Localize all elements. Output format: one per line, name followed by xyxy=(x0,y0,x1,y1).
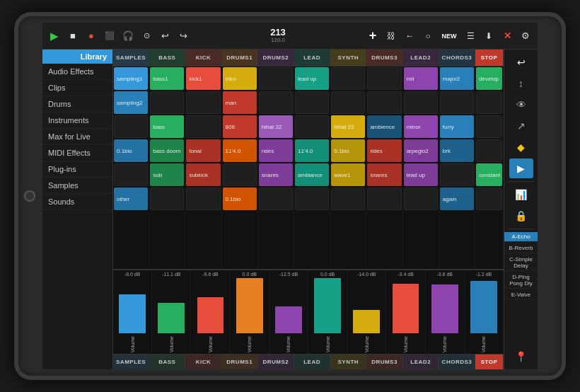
close-button[interactable]: ✕ xyxy=(499,28,515,44)
play-triangle-icon[interactable]: ▶ xyxy=(509,158,533,178)
diamond-icon[interactable]: ◆ xyxy=(509,137,533,157)
clip-cell[interactable]: rides xyxy=(367,139,401,162)
stop-cell[interactable]: develop xyxy=(476,67,502,90)
clip-cell[interactable]: other xyxy=(114,188,148,210)
clip-cell[interactable]: bass doom xyxy=(150,139,184,162)
stop-cell[interactable] xyxy=(476,188,502,210)
volume-track-4[interactable]: -12.5 dBVolume xyxy=(269,270,308,354)
clip-cell[interactable]: ambiance xyxy=(295,163,329,186)
clip-cell[interactable] xyxy=(114,163,148,186)
clip-cell[interactable]: 0.1bio xyxy=(223,188,257,210)
clip-cell[interactable] xyxy=(186,91,220,114)
clip-cell[interactable]: sub xyxy=(150,163,184,186)
sidebar-item-midi-effects[interactable]: MIDI Effects xyxy=(42,145,112,161)
clip-cell[interactable] xyxy=(440,91,474,114)
clip-cell[interactable] xyxy=(259,188,293,210)
link-button[interactable]: ⛓ xyxy=(383,28,399,44)
clip-cell[interactable] xyxy=(186,115,220,138)
volume-track-7[interactable]: -3.4 dBVolume xyxy=(386,270,425,354)
clip-cell[interactable]: lead up xyxy=(295,67,329,90)
overdub-button[interactable]: ⊙ xyxy=(139,28,154,44)
eye-icon[interactable]: 👁 xyxy=(509,95,533,115)
clip-cell[interactable] xyxy=(367,67,401,90)
sidebar-item-plug-ins[interactable]: Plug-ins xyxy=(42,161,112,178)
clip-cell[interactable]: kick1 xyxy=(186,67,220,90)
clip-cell[interactable] xyxy=(367,91,401,114)
clip-cell[interactable] xyxy=(440,163,474,186)
clip-cell[interactable]: tonal xyxy=(186,139,220,162)
stop-cell[interactable] xyxy=(476,91,502,114)
resize-icon[interactable]: ↕ xyxy=(509,74,533,93)
pin-icon[interactable]: 📍 xyxy=(509,347,533,367)
list-view-button[interactable]: ☰ xyxy=(463,28,478,44)
clip-cell[interactable] xyxy=(331,67,365,90)
sidebar-item-sounds[interactable]: Sounds xyxy=(42,194,112,210)
clip-cell[interactable]: ambience xyxy=(367,115,401,138)
clip-cell[interactable] xyxy=(295,91,329,114)
clip-cell[interactable] xyxy=(331,188,365,210)
clip-cell[interactable] xyxy=(114,115,148,138)
clip-cell[interactable]: again xyxy=(440,188,474,210)
undo-button[interactable]: ↩ xyxy=(157,28,173,44)
clip-cell[interactable]: brk xyxy=(440,139,474,162)
right-panel-b-reverb[interactable]: B-Reverb xyxy=(504,243,538,253)
clip-cell[interactable]: 808 xyxy=(223,115,257,138)
volume-track-0[interactable]: -8.0 dBVolume xyxy=(113,270,152,354)
clip-cell[interactable] xyxy=(295,188,329,210)
home-button[interactable] xyxy=(24,190,35,202)
back-button[interactable]: ← xyxy=(402,28,417,44)
stop-cell[interactable] xyxy=(476,139,502,162)
volume-track-2[interactable]: -9.6 dBVolume xyxy=(191,270,230,354)
clip-cell[interactable]: bass1 xyxy=(150,67,184,90)
loop-button[interactable]: ○ xyxy=(420,28,436,44)
sidebar-item-drums[interactable]: Drums xyxy=(42,96,112,113)
clip-cell[interactable]: subkick xyxy=(186,163,220,186)
clip-cell[interactable]: bass xyxy=(150,115,184,138)
volume-track-1[interactable]: -11.1 dBVolume xyxy=(152,270,191,354)
clip-cell[interactable]: furry xyxy=(440,115,474,138)
arrow-icon[interactable]: ↗ xyxy=(509,116,533,136)
clip-cell[interactable] xyxy=(223,163,257,186)
arrangement-button[interactable]: ⬛ xyxy=(102,28,117,44)
clip-cell[interactable] xyxy=(186,188,220,210)
right-panel-c-simple-delay[interactable]: C-Simple Delay xyxy=(504,255,538,271)
undo-right-icon[interactable]: ↩ xyxy=(509,52,533,72)
clip-cell[interactable]: hihat 22 xyxy=(331,115,365,138)
sidebar-item-audio-effects[interactable]: Audio Effects xyxy=(42,64,112,80)
clip-cell[interactable] xyxy=(259,91,293,114)
clip-cell[interactable]: sampling1 xyxy=(114,67,148,90)
sidebar-item-instruments[interactable]: Instruments xyxy=(42,113,112,129)
clip-cell[interactable] xyxy=(404,91,438,114)
volume-track-3[interactable]: 0.0 dBVolume xyxy=(231,270,269,354)
stop-cell[interactable]: constant xyxy=(476,163,502,186)
clip-cell[interactable] xyxy=(295,115,329,138)
volume-track-5[interactable]: 0.0 dBVolume xyxy=(308,270,347,354)
clip-cell[interactable]: snares xyxy=(367,163,401,186)
add-button[interactable]: + xyxy=(365,28,381,44)
clip-cell[interactable]: major2 xyxy=(440,67,474,90)
chart-icon[interactable]: 📊 xyxy=(509,185,533,204)
settings-button[interactable]: ⚙ xyxy=(518,28,533,44)
clip-cell[interactable] xyxy=(367,188,401,210)
clip-cell[interactable]: 11'4.0 xyxy=(295,139,329,162)
play-button[interactable]: ▶ xyxy=(47,28,62,44)
new-button[interactable]: NEW xyxy=(439,28,460,44)
clip-cell[interactable]: roll xyxy=(404,67,438,90)
volume-track-8[interactable]: -3.8 dBVolume xyxy=(426,270,465,354)
clip-cell[interactable] xyxy=(331,91,365,114)
clip-cell[interactable]: 11'4.0 xyxy=(223,139,257,162)
sidebar-item-clips[interactable]: Clips xyxy=(42,80,112,96)
sidebar-item-max-for-live[interactable]: Max for Live xyxy=(42,129,112,145)
right-panel-a-echo[interactable]: A-Echo xyxy=(504,232,538,242)
headphones-button[interactable]: 🎧 xyxy=(120,28,136,44)
download-button[interactable]: ⬇ xyxy=(481,28,497,44)
clip-cell[interactable]: snares xyxy=(259,163,293,186)
clip-cell[interactable]: lead up xyxy=(404,163,438,186)
clip-cell[interactable]: man xyxy=(223,91,257,114)
stop-button[interactable]: ■ xyxy=(65,28,81,44)
clip-cell[interactable] xyxy=(404,188,438,210)
clip-cell[interactable] xyxy=(259,67,293,90)
clip-cell[interactable]: intro xyxy=(223,67,257,90)
clip-cell[interactable]: sampling2 xyxy=(114,91,148,114)
clip-cell[interactable]: 0.1bio xyxy=(331,139,365,162)
